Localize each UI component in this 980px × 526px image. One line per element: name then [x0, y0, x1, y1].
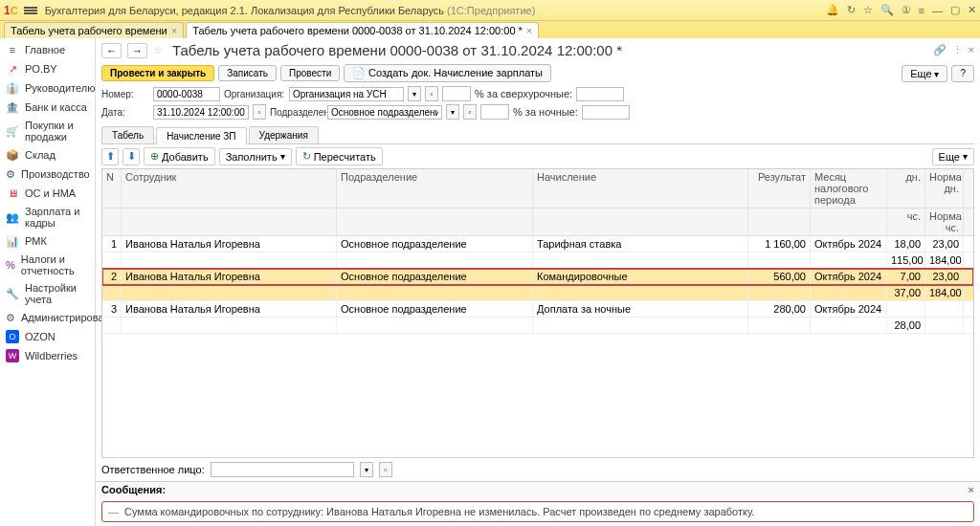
post-button[interactable]: Провести [280, 65, 340, 81]
subtab-deduct[interactable]: Удержания [249, 126, 319, 143]
table-more-button[interactable]: Еще ▾ [932, 148, 974, 165]
manager-icon: 👔 [6, 81, 19, 95]
overtime-checkbox[interactable]: % за сверхурочные: [475, 88, 572, 99]
subtab-salary[interactable]: Начисление ЗП [156, 127, 246, 144]
overtime-pct-input[interactable] [442, 86, 471, 101]
col-normh[interactable]: Норма чс. [925, 208, 964, 235]
star-icon[interactable]: ☆ [863, 4, 873, 16]
calendar-icon[interactable]: ▫ [253, 104, 266, 120]
sidebar-item-bank[interactable]: 🏦Банк и касса [0, 98, 95, 117]
more-icon[interactable]: ⋮ [952, 44, 963, 56]
open-icon[interactable]: ▫ [425, 86, 438, 101]
col-per[interactable]: Месяц налогового периода [811, 169, 887, 208]
sidebar-item-poby[interactable]: ↗PO.BY [0, 59, 95, 78]
chart-icon: 📊 [6, 234, 19, 248]
wb-icon: W [6, 349, 19, 362]
sidebar-item-admin[interactable]: ⚙Администрирование [0, 308, 95, 327]
titlebar: 1С Бухгалтерия для Беларуси, редакция 2.… [0, 0, 980, 21]
add-button[interactable]: ⊕Добавить [144, 147, 215, 165]
table-row-sub[interactable]: 37,00184,00 [102, 285, 973, 301]
wrench-icon: 🔧 [6, 287, 19, 300]
col-emp[interactable]: Сотрудник [122, 169, 337, 208]
table-row[interactable]: 1Иванова Наталья ИгоревнаОсновное подраз… [102, 236, 973, 252]
more-button[interactable]: Еще ▾ [902, 65, 947, 82]
one-icon[interactable]: ① [902, 4, 911, 16]
sidebar-item-salary[interactable]: 👥Зарплата и кадры [0, 203, 95, 231]
night-pct-input[interactable] [480, 104, 509, 120]
close-icon[interactable]: ✕ [968, 4, 976, 16]
minimize-icon[interactable]: — [932, 5, 943, 16]
search-icon[interactable]: 🔍 [880, 4, 894, 16]
recalc-button[interactable]: ↻Пересчитать [296, 147, 383, 165]
doc-tab-2[interactable]: Табель учета рабочего времени 0000-0038 … [186, 22, 539, 38]
dropdown-icon[interactable]: ▾ [446, 104, 459, 120]
sidebar-item-prod[interactable]: ⚙Производство [0, 164, 95, 184]
save-button[interactable]: Записать [218, 65, 277, 81]
table-row[interactable]: 3Иванова Наталья ИгоревнаОсновное подраз… [102, 301, 973, 318]
sidebar-item-stock[interactable]: 📦Склад [0, 145, 95, 164]
bank-icon: 🏦 [6, 100, 19, 114]
col-norm[interactable]: Норма дн. [925, 169, 964, 208]
link-icon[interactable]: 🔗 [933, 44, 947, 56]
help-button[interactable]: ? [951, 65, 974, 82]
col-res[interactable]: Результат [748, 169, 811, 208]
dropdown-icon[interactable]: ▾ [408, 86, 421, 101]
menu-icon[interactable] [24, 6, 37, 15]
fill-button[interactable]: Заполнить ▾ [219, 148, 292, 165]
overtime-value[interactable] [576, 87, 624, 101]
post-close-button[interactable]: Провести и закрыть [101, 65, 214, 81]
bell-icon[interactable]: 🔔 [826, 4, 839, 16]
gear-icon: ⚙ [6, 311, 15, 324]
tab-close-icon[interactable]: × [171, 25, 177, 36]
history-icon[interactable]: ↻ [847, 4, 856, 16]
sidebar-item-ozon[interactable]: OOZON [0, 327, 95, 346]
create-doc-button[interactable]: 📄 Создать док. Начисление зарплаты [344, 64, 551, 82]
settings-icon[interactable]: ≡ [919, 5, 924, 16]
forward-button[interactable]: → [127, 43, 147, 58]
sidebar-item-tax[interactable]: %Налоги и отчетность [0, 251, 95, 279]
table-row-sub[interactable]: 28,00 [102, 318, 973, 334]
maximize-icon[interactable]: ▢ [950, 4, 960, 16]
ozon-icon: O [6, 330, 19, 343]
star-icon[interactable]: ☆ [153, 44, 163, 56]
back-button[interactable]: ← [101, 43, 122, 58]
col-dn[interactable]: дн. [887, 169, 925, 208]
open-icon[interactable]: ▫ [379, 462, 392, 477]
titlebar-actions: 🔔 ↻ ☆ 🔍 ① ≡ — ▢ ✕ [826, 4, 976, 16]
pc-icon: 🖥 [6, 186, 19, 200]
sidebar-item-os[interactable]: 🖥ОС и НМА [0, 184, 95, 203]
sidebar-item-settings[interactable]: 🔧Настройки учета [0, 279, 95, 308]
org-input[interactable] [289, 87, 404, 101]
messages-close-icon[interactable]: × [969, 484, 974, 495]
move-up-button[interactable]: ⬆ [101, 148, 119, 165]
sidebar-item-trade[interactable]: 🛒Покупки и продажи [0, 117, 95, 145]
resp-input[interactable] [211, 462, 354, 477]
date-input[interactable] [153, 105, 249, 120]
tab-close-icon[interactable]: × [526, 25, 532, 36]
sidebar-item-wb[interactable]: WWildberries [0, 346, 95, 365]
document-title: Табель учета рабочего времени 0000-0038 … [172, 42, 622, 58]
table-row-selected[interactable]: 2Иванова Наталья ИгоревнаОсновное подраз… [102, 269, 973, 285]
table-row-sub[interactable]: 115,00184,00 [102, 252, 973, 269]
subtab-tabel[interactable]: Табель [101, 126, 154, 143]
sidebar-item-manager[interactable]: 👔Руководителю [0, 78, 95, 98]
message-item[interactable]: — Сумма командировочных по сотруднику: И… [101, 501, 974, 522]
logo-1c: 1С [4, 4, 18, 17]
col-acc[interactable]: Начисление [533, 169, 748, 208]
dropdown-icon[interactable]: ▾ [360, 462, 373, 477]
sidebar-item-main[interactable]: ≡Главное [0, 40, 95, 59]
data-table: N Сотрудник Подразделение Начисление Рез… [101, 168, 974, 458]
doc-tab-1[interactable]: Табель учета рабочего времени× [4, 22, 184, 38]
col-hr[interactable]: чс. [887, 208, 925, 235]
dep-input[interactable] [327, 105, 442, 120]
move-down-button[interactable]: ⬇ [122, 148, 140, 165]
sidebar-item-rmk[interactable]: 📊РМК [0, 231, 95, 251]
night-checkbox[interactable]: % за ночные: [513, 106, 578, 118]
open-icon[interactable]: ▫ [463, 104, 477, 120]
close-doc-icon[interactable]: × [969, 44, 974, 56]
dash-icon: — [108, 506, 119, 517]
number-input[interactable] [153, 87, 220, 101]
night-value[interactable] [582, 105, 630, 120]
col-dep[interactable]: Подразделение [337, 169, 533, 208]
col-n[interactable]: N [102, 169, 122, 208]
